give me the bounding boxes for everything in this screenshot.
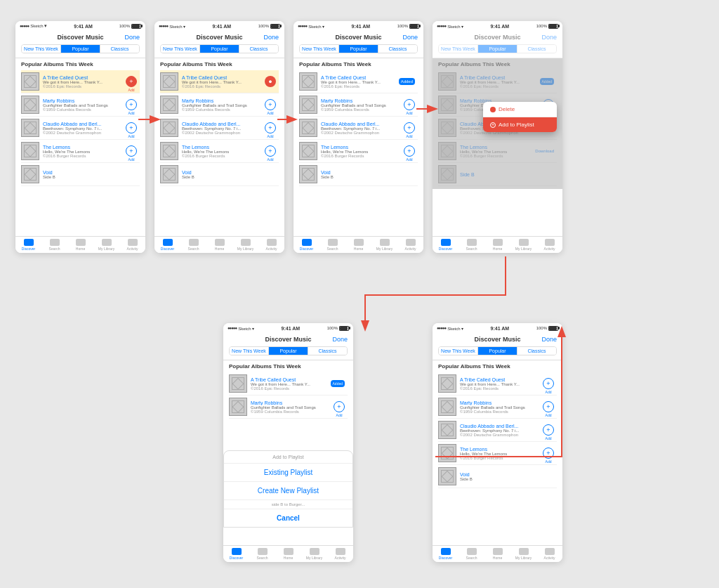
- nav-home-4[interactable]: Home: [484, 239, 510, 251]
- add-button-1-1[interactable]: +: [126, 76, 137, 87]
- done-button-6[interactable]: Done: [541, 336, 557, 343]
- create-playlist-btn-5[interactable]: Create New Playlist: [224, 482, 352, 500]
- tab-new-2[interactable]: New This Week: [161, 45, 200, 53]
- add-button-6-2[interactable]: +: [543, 401, 554, 412]
- tab-new-this-week-1[interactable]: New This Week: [22, 45, 61, 53]
- album-name-6-4[interactable]: The Lemons: [460, 447, 543, 452]
- nav-library-3[interactable]: My Library: [371, 239, 397, 251]
- album-name-1-2[interactable]: Marty Robbins: [43, 98, 126, 103]
- album-name-2-1[interactable]: A Tribe Called Quest: [182, 75, 265, 80]
- tab-new-5[interactable]: New This Week: [230, 347, 269, 355]
- album-name-5-1[interactable]: A Tribe Called Quest: [251, 377, 331, 382]
- nav-library-1[interactable]: My Library: [93, 239, 119, 251]
- tab-new-6[interactable]: New This Week: [439, 347, 478, 355]
- album-name-3-2[interactable]: Marty Robbins: [321, 98, 404, 103]
- tab-popular-5[interactable]: Popular: [269, 347, 308, 355]
- album-name-5-2[interactable]: Marty Robbins: [251, 400, 334, 405]
- nav-search-4[interactable]: Search: [459, 239, 484, 251]
- add-button-5-2[interactable]: +: [334, 401, 345, 412]
- add-button-1-4[interactable]: +: [126, 145, 137, 157]
- album-name-6-2[interactable]: Marty Robbins: [460, 400, 543, 405]
- tab-classics-6[interactable]: Classics: [517, 347, 556, 355]
- nav-activity-5[interactable]: Activity: [327, 548, 353, 560]
- album-name-3-1[interactable]: A Tribe Called Quest: [321, 75, 399, 80]
- tab-classics-5[interactable]: Classics: [308, 347, 347, 355]
- done-button-5[interactable]: Done: [332, 336, 348, 343]
- nav-home-5[interactable]: Home: [275, 548, 301, 560]
- nav-activity-3[interactable]: Activity: [397, 239, 423, 251]
- album-row-6-5: Void Side B: [438, 465, 557, 488]
- nav-discover-1[interactable]: Discover: [15, 239, 41, 251]
- nav-search-3[interactable]: Search: [319, 239, 345, 251]
- done-button-4[interactable]: Done: [541, 34, 557, 41]
- nav-search-6[interactable]: Search: [459, 548, 484, 560]
- nav-activity-4[interactable]: Activity: [536, 239, 562, 251]
- tab-popular-4[interactable]: Popular: [478, 45, 517, 53]
- tab-classics-1[interactable]: Classics: [100, 45, 139, 53]
- add-button-3-3[interactable]: +: [404, 122, 415, 133]
- nav-home-3[interactable]: Home: [345, 239, 371, 251]
- tab-classics-2[interactable]: Classics: [239, 45, 278, 53]
- nav-discover-2[interactable]: Discover: [154, 239, 180, 251]
- nav-library-5[interactable]: My Library: [301, 548, 327, 560]
- done-button-3[interactable]: Done: [402, 34, 418, 41]
- nav-library-6[interactable]: My Library: [510, 548, 536, 560]
- nav-discover-4[interactable]: Discover: [433, 239, 459, 251]
- nav-search-1[interactable]: Search: [41, 239, 67, 251]
- album-name-6-1[interactable]: A Tribe Called Quest: [460, 377, 543, 382]
- nav-activity-6[interactable]: Activity: [536, 548, 562, 560]
- add-button-1-3[interactable]: +: [126, 122, 137, 133]
- tab-popular-6[interactable]: Popular: [478, 347, 517, 355]
- nav-home-6[interactable]: Home: [484, 548, 510, 560]
- add-button-6-1[interactable]: +: [543, 378, 554, 389]
- album-name-3-5[interactable]: Void: [321, 170, 418, 175]
- album-name-2-5[interactable]: Void: [182, 170, 279, 175]
- album-name-1-3[interactable]: Claudio Abbado and Berl...: [43, 122, 126, 126]
- nav-home-1[interactable]: Home: [67, 239, 93, 251]
- album-name-2-4[interactable]: The Lemons: [182, 145, 265, 150]
- tab-popular-1[interactable]: Popular: [61, 45, 100, 53]
- tab-popular-2[interactable]: Popular: [200, 45, 239, 53]
- add-button-3-2[interactable]: +: [404, 99, 415, 110]
- album-name-2-2[interactable]: Marty Robbins: [182, 98, 265, 103]
- album-name-6-5[interactable]: Void: [460, 472, 557, 477]
- add-to-playlist-action-4[interactable]: + Add to Playlist: [483, 117, 557, 132]
- album-name-1-1[interactable]: A Tribe Called Quest: [43, 75, 126, 80]
- delete-action-4[interactable]: Delete: [483, 102, 557, 117]
- done-button-1[interactable]: Done: [124, 34, 140, 41]
- add-button-6-3[interactable]: +: [543, 424, 554, 436]
- existing-playlist-btn-5[interactable]: Existing Playlist: [224, 464, 352, 482]
- add-button-2-3[interactable]: +: [265, 122, 276, 133]
- add-button-1-2[interactable]: +: [126, 99, 137, 110]
- nav-discover-6[interactable]: Discover: [433, 548, 459, 560]
- nav-search-5[interactable]: Search: [249, 548, 275, 560]
- cancel-btn-5[interactable]: Cancel: [224, 509, 352, 527]
- album-name-3-3[interactable]: Claudio Abbado and Berl...: [321, 122, 404, 126]
- add-button-3-4[interactable]: +: [404, 145, 415, 157]
- tab-classics-4[interactable]: Classics: [517, 45, 556, 53]
- add-button-2-2[interactable]: +: [265, 99, 276, 110]
- add-button-6-4[interactable]: +: [543, 447, 554, 459]
- nav-library-2[interactable]: My Library: [232, 239, 258, 251]
- album-art-3-2: [299, 96, 317, 114]
- album-name-1-5[interactable]: Void: [43, 170, 140, 175]
- album-name-1-4[interactable]: The Lemons: [43, 145, 126, 150]
- nav-library-4[interactable]: My Library: [510, 239, 536, 251]
- discover-icon-5: [232, 548, 242, 555]
- nav-discover-5[interactable]: Discover: [223, 548, 249, 560]
- nav-activity-2[interactable]: Activity: [258, 239, 284, 251]
- album-name-3-4[interactable]: The Lemons: [321, 145, 404, 150]
- nav-discover-3[interactable]: Discover: [293, 239, 319, 251]
- album-name-2-3[interactable]: Claudio Abbado and Berl...: [182, 122, 265, 126]
- nav-search-2[interactable]: Search: [180, 239, 206, 251]
- add-button-2-4[interactable]: +: [265, 145, 276, 157]
- nav-activity-1[interactable]: Activity: [119, 239, 145, 251]
- nav-home-2[interactable]: Home: [206, 239, 232, 251]
- done-button-2[interactable]: Done: [263, 34, 279, 41]
- tab-classics-3[interactable]: Classics: [378, 45, 417, 53]
- tab-new-3[interactable]: New This Week: [300, 45, 339, 53]
- album-name-6-3[interactable]: Claudio Abbado and Berl...: [460, 424, 543, 429]
- net-4: Sketch ▾: [447, 24, 463, 29]
- tab-new-4[interactable]: New This Week: [439, 45, 478, 53]
- tab-popular-3[interactable]: Popular: [339, 45, 378, 53]
